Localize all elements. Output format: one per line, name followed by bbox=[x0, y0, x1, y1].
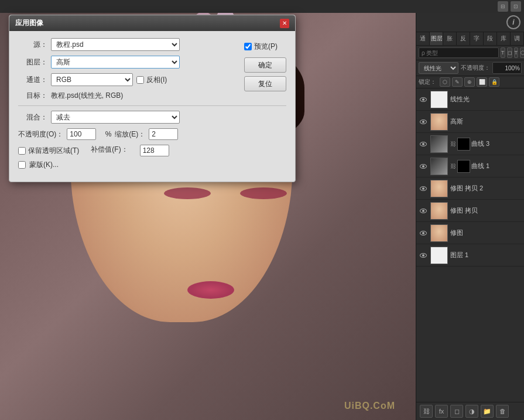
blend-dialog-select[interactable]: 减去 bbox=[51, 111, 180, 124]
info-icon[interactable]: i bbox=[506, 15, 520, 29]
lock-pixels-btn[interactable]: ✎ bbox=[452, 77, 463, 87]
lock-row: 锁定： ⬡ ✎ ⊕ ⬜ 🔒 bbox=[416, 76, 524, 88]
layer-search-input[interactable] bbox=[419, 47, 499, 58]
eye-left bbox=[164, 187, 211, 199]
layer-thumb-4 bbox=[430, 180, 448, 197]
opacity-label: 不透明度： bbox=[461, 64, 490, 72]
top-icon-2[interactable]: ⊡ bbox=[511, 1, 521, 12]
preview-row: 预览(P) bbox=[244, 42, 286, 52]
layer-visibility-3[interactable] bbox=[419, 162, 428, 171]
dialog-close-button[interactable]: ✕ bbox=[280, 19, 289, 28]
layer-link-3: ⛓ bbox=[450, 163, 456, 169]
lips-area bbox=[187, 281, 234, 299]
fx-btn[interactable]: fx bbox=[435, 405, 448, 418]
lock-transparent-btn[interactable]: ⬡ bbox=[440, 77, 450, 87]
layer-item-7[interactable]: 图层 1 bbox=[416, 244, 524, 267]
mask-checkbox[interactable] bbox=[18, 161, 26, 169]
apply-image-dialog: 应用图像 ✕ 源： 教程.psd 图层： 高斯 通道： bbox=[9, 15, 296, 182]
top-bar: ⊟ ⊡ bbox=[0, 0, 524, 13]
tab-5[interactable]: 字 bbox=[470, 32, 484, 45]
workspace: UiBQ.CoM ⊟ ⊡ i 通 图层 胀 反 字 段 库 调 T ◻ T ⬡ bbox=[0, 0, 524, 420]
preserve-transparent-checkbox[interactable] bbox=[18, 147, 26, 155]
lock-artboard-btn[interactable]: ⬜ bbox=[477, 77, 487, 87]
layer-visibility-2[interactable] bbox=[419, 139, 428, 149]
layer-name-2: 曲线 3 bbox=[471, 139, 522, 148]
blend-mode-select[interactable]: 线性光 bbox=[419, 62, 458, 74]
top-icon-1[interactable]: ⊟ bbox=[498, 1, 508, 12]
layer-thumb-5 bbox=[430, 202, 448, 220]
tab-8[interactable]: 调 bbox=[511, 32, 524, 45]
layer-visibility-5[interactable] bbox=[419, 206, 428, 216]
add-adjustment-btn[interactable]: ◑ bbox=[465, 405, 478, 418]
mask-label: 蒙版(K)... bbox=[29, 160, 59, 170]
mask-row: 蒙版(K)... bbox=[18, 160, 286, 170]
layer-visibility-1[interactable] bbox=[419, 117, 428, 127]
opacity-dialog-label: 不透明度(O)： bbox=[18, 129, 63, 139]
layer-item-4[interactable]: 修图 拷贝 2 bbox=[416, 177, 524, 200]
layer-item-6[interactable]: 修图 bbox=[416, 222, 524, 244]
lock-position-btn[interactable]: ⊕ bbox=[464, 77, 475, 87]
lock-label: 锁定： bbox=[419, 78, 436, 86]
layer-name-6: 修图 bbox=[450, 228, 522, 237]
layer-visibility-0[interactable] bbox=[419, 95, 428, 104]
layer-item-1[interactable]: 高斯 bbox=[416, 111, 524, 133]
invert-checkbox[interactable] bbox=[136, 76, 144, 84]
lock-icons: ⬡ ✎ ⊕ ⬜ 🔒 bbox=[440, 77, 499, 87]
preserve-transparent-label: 保留透明区域(T) bbox=[28, 146, 79, 156]
layer-visibility-7[interactable] bbox=[419, 251, 428, 260]
dialog-titlebar: 应用图像 ✕ bbox=[9, 15, 295, 31]
layer-label: 图层： bbox=[18, 57, 47, 67]
layer-thumb-3 bbox=[430, 158, 448, 175]
delete-layer-btn[interactable]: 🗑 bbox=[496, 405, 509, 418]
filter-icon-4[interactable]: ⬡ bbox=[520, 47, 524, 58]
tab-channels[interactable]: 通 bbox=[416, 32, 430, 45]
opacity-input[interactable] bbox=[492, 62, 522, 74]
layer-toolbar: ⛓ fx ◻ ◑ 📁 🗑 bbox=[416, 402, 524, 420]
opacity-dialog-input[interactable] bbox=[67, 128, 96, 140]
layer-item-0[interactable]: 线性光 bbox=[416, 88, 524, 111]
bottom-checkboxes-row: 保留透明区域(T) 补偿值(F)： bbox=[18, 145, 286, 156]
layer-name-7: 图层 1 bbox=[450, 251, 522, 259]
tab-4[interactable]: 反 bbox=[457, 32, 470, 45]
layer-item-5[interactable]: 修图 拷贝 bbox=[416, 200, 524, 222]
tab-layers[interactable]: 图层 bbox=[430, 32, 443, 45]
link-layers-btn[interactable]: ⛓ bbox=[420, 405, 433, 418]
target-row: 目标： 教程.psd(线性光, RGB) bbox=[18, 91, 286, 101]
offset-input[interactable] bbox=[140, 145, 169, 156]
filter-icon-2[interactable]: ◻ bbox=[507, 47, 512, 58]
ok-button[interactable]: 确定 bbox=[244, 57, 286, 73]
scale-label: 缩放(E)： bbox=[115, 129, 145, 139]
tab-6[interactable]: 段 bbox=[484, 32, 497, 45]
layer-visibility-6[interactable] bbox=[419, 228, 428, 238]
layer-item-3[interactable]: ⛓ 曲线 1 bbox=[416, 155, 524, 177]
layer-select[interactable]: 高斯 bbox=[51, 56, 180, 69]
source-select[interactable]: 教程.psd bbox=[51, 38, 180, 51]
layer-thumb-0 bbox=[430, 91, 448, 108]
tab-3[interactable]: 胀 bbox=[443, 32, 457, 45]
opacity-unit: % bbox=[100, 130, 111, 138]
lock-all-btn[interactable]: 🔒 bbox=[489, 77, 499, 87]
channel-select[interactable]: RGB bbox=[51, 73, 133, 86]
add-group-btn[interactable]: 📁 bbox=[481, 405, 494, 418]
invert-row: 反相(I) bbox=[136, 75, 167, 85]
preview-checkbox[interactable] bbox=[244, 43, 252, 50]
dialog-buttons: 预览(P) 确定 复位 bbox=[244, 42, 286, 91]
tab-7[interactable]: 库 bbox=[497, 32, 511, 45]
filter-icon-3[interactable]: T bbox=[514, 47, 519, 58]
filter-type-icon[interactable]: T bbox=[501, 47, 505, 58]
scale-input[interactable] bbox=[149, 128, 178, 140]
layer-item-2[interactable]: ⛓ 曲线 3 bbox=[416, 133, 524, 155]
reset-button[interactable]: 复位 bbox=[244, 76, 286, 91]
add-mask-btn[interactable]: ◻ bbox=[450, 405, 463, 418]
channel-label: 通道： bbox=[18, 75, 47, 85]
dialog-title: 应用图像 bbox=[15, 18, 43, 28]
layer-tabs: 通 图层 胀 反 字 段 库 调 bbox=[416, 32, 524, 46]
layer-name-0: 线性光 bbox=[450, 95, 522, 104]
layer-search-row: T ◻ T ⬡ bbox=[416, 46, 524, 60]
layer-thumb-2 bbox=[430, 135, 448, 153]
target-label: 目标： bbox=[18, 91, 47, 101]
layer-visibility-4[interactable] bbox=[419, 184, 428, 193]
blend-label: 混合： bbox=[18, 112, 47, 122]
offset-label: 补偿值(F)： bbox=[91, 145, 128, 156]
blend-dialog-row: 混合： 减去 bbox=[18, 111, 286, 124]
